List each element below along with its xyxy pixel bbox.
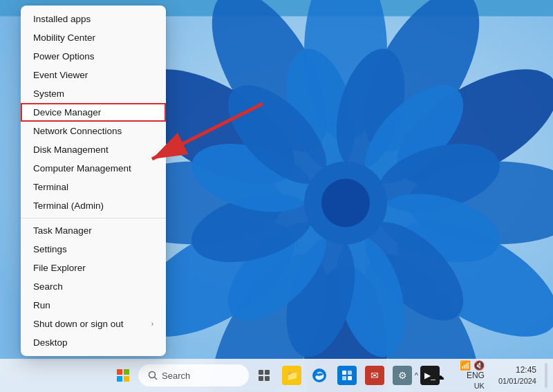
mail-button[interactable]: ✉ — [362, 363, 387, 388]
menu-item-label: Installed apps — [33, 14, 91, 24]
menu-item-label: Task Manager — [33, 225, 92, 236]
svg-rect-36 — [259, 376, 263, 381]
menu-item-label: System — [33, 88, 64, 99]
show-desktop-button[interactable] — [545, 363, 547, 388]
svg-rect-37 — [265, 376, 270, 381]
context-menu: Installed appsMobility CenterPower Optio… — [21, 6, 166, 356]
menu-item-system[interactable]: System — [21, 84, 166, 103]
settings-button[interactable]: ⚙ — [390, 363, 415, 388]
menu-item-power-options[interactable]: Power Options — [21, 47, 166, 66]
menu-item-settings[interactable]: Settings — [21, 240, 166, 259]
settings-gear-icon: ⚙ — [393, 366, 412, 385]
search-icon — [148, 371, 158, 380]
menu-item-disk-management[interactable]: Disk Management — [21, 140, 166, 159]
menu-item-label: Power Options — [33, 51, 95, 62]
taskbar: Search 📁 — [0, 359, 553, 392]
menu-item-label: Desktop — [33, 337, 68, 348]
menu-item-label: Shut down or sign out — [33, 319, 124, 329]
svg-rect-39 — [342, 371, 346, 375]
terminal-icon: ▶_ — [420, 366, 440, 385]
file-explorer-icon: 📁 — [282, 366, 301, 385]
menu-item-label: Terminal (Admin) — [33, 200, 104, 211]
start-button[interactable] — [111, 363, 135, 388]
edge-button[interactable] — [307, 363, 332, 388]
mail-icon: ✉ — [365, 366, 384, 385]
menu-item-event-viewer[interactable]: Event Viewer — [21, 66, 166, 84]
search-label: Search — [162, 371, 190, 381]
menu-item-file-explorer[interactable]: File Explorer — [21, 259, 166, 277]
language-display: ENG — [467, 371, 485, 382]
menu-item-search[interactable]: Search — [21, 277, 166, 296]
menu-item-task-manager[interactable]: Task Manager — [21, 221, 166, 240]
menu-item-device-manager[interactable]: Device Manager — [21, 103, 166, 122]
menu-separator — [21, 218, 166, 218]
desktop: Installed appsMobility CenterPower Optio… — [0, 0, 553, 392]
store-button[interactable] — [335, 363, 359, 388]
terminal-button[interactable]: ▶_ — [418, 363, 442, 388]
menu-item-terminal-admin[interactable]: Terminal (Admin) — [21, 196, 166, 215]
svg-rect-40 — [348, 371, 352, 375]
menu-item-label: Settings — [33, 244, 67, 254]
menu-item-label: Terminal — [33, 182, 68, 192]
svg-rect-34 — [259, 370, 263, 375]
svg-rect-29 — [124, 369, 129, 375]
menu-item-label: Network Connections — [33, 126, 122, 136]
menu-item-run[interactable]: Run — [21, 296, 166, 315]
menu-item-label: File Explorer — [33, 263, 86, 273]
menu-item-desktop[interactable]: Desktop — [21, 333, 166, 352]
menu-item-label: Device Manager — [33, 107, 101, 118]
menu-item-label: Search — [33, 281, 63, 292]
svg-point-32 — [149, 372, 156, 378]
svg-point-38 — [312, 368, 326, 382]
menu-item-label: Run — [33, 300, 50, 310]
clock-button[interactable]: 12:45 01/01/2024 — [493, 362, 542, 389]
svg-line-33 — [155, 377, 158, 380]
submenu-arrow-icon: › — [151, 320, 153, 328]
menu-item-label: Event Viewer — [33, 70, 88, 80]
language-time-button[interactable]: 📶 🔇 ENG UK — [454, 357, 490, 392]
svg-rect-42 — [348, 376, 352, 380]
store-icon — [337, 366, 357, 385]
task-view-icon — [258, 369, 270, 382]
svg-rect-30 — [117, 376, 122, 382]
region-display: UK — [467, 381, 485, 391]
menu-item-label: Mobility Center — [33, 32, 95, 43]
menu-item-label: Disk Management — [33, 144, 109, 155]
menu-item-network-connections[interactable]: Network Connections — [21, 122, 166, 140]
svg-rect-41 — [342, 376, 346, 380]
menu-item-installed-apps[interactable]: Installed apps — [21, 10, 166, 28]
svg-point-26 — [321, 179, 370, 227]
task-view-button[interactable] — [252, 363, 276, 388]
clock-time: 12:45 — [498, 365, 536, 376]
volume-icon: 🔇 — [474, 360, 485, 371]
taskbar-center: Search 📁 — [111, 363, 442, 388]
wifi-icon: 📶 — [460, 360, 471, 371]
menu-item-mobility-center[interactable]: Mobility Center — [21, 28, 166, 47]
svg-rect-31 — [124, 376, 129, 382]
svg-rect-35 — [265, 370, 270, 375]
menu-item-shut-down[interactable]: Shut down or sign out› — [21, 315, 166, 333]
svg-rect-28 — [117, 369, 122, 375]
clock-date: 01/01/2024 — [498, 376, 536, 386]
menu-item-computer-management[interactable]: Computer Management — [21, 159, 166, 178]
menu-item-label: Computer Management — [33, 163, 131, 174]
edge-icon — [311, 367, 328, 384]
file-explorer-button[interactable]: 📁 — [279, 363, 304, 388]
search-bar[interactable]: Search — [138, 364, 249, 386]
menu-item-terminal[interactable]: Terminal — [21, 178, 166, 196]
